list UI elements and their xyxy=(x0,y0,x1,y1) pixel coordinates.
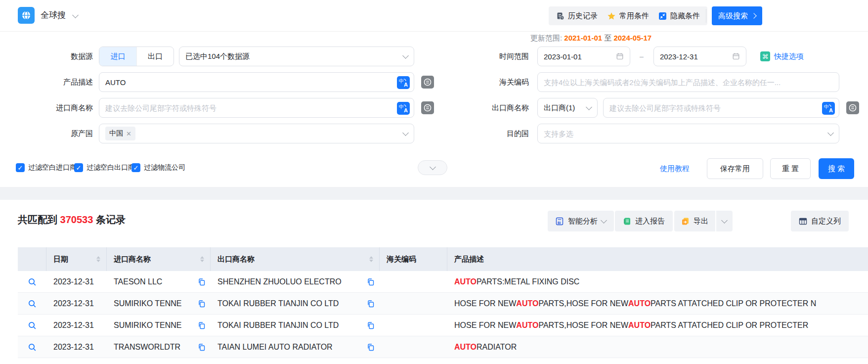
exporter-label: 出口商名称 xyxy=(455,98,529,118)
favorites-button[interactable]: 常用条件 xyxy=(600,6,656,25)
importer-input[interactable] xyxy=(105,104,393,112)
header-hs-code-label: 海关编码 xyxy=(387,255,416,264)
custom-columns-button[interactable]: 自定义列 xyxy=(791,211,849,231)
exporter-name: TOKAI RUBBER TIANJIN CO LTD xyxy=(217,299,339,308)
data-source-selected-text: 已选中104个数据源 xyxy=(185,52,250,61)
sort-icon[interactable] xyxy=(200,256,204,262)
translate-icon[interactable]: 中 A xyxy=(822,102,835,115)
update-range: 更新范围: 2021-01-01 至 2024-05-17 xyxy=(530,34,651,43)
tab-export[interactable]: 出口 xyxy=(136,47,174,66)
chevron-down-icon xyxy=(827,130,834,136)
search-button[interactable]: 搜 索 xyxy=(819,158,854,179)
header-date[interactable]: 日期 xyxy=(46,247,107,271)
fuzzy-match-toggle-icon[interactable] xyxy=(421,76,434,89)
data-source-select[interactable]: 已选中104个数据源 xyxy=(179,46,414,66)
exporter-cell[interactable]: SHENZHEN ZHUOLUO ELECTRO xyxy=(211,271,380,293)
importer-cell[interactable]: TAESON LLC xyxy=(107,271,211,293)
importer-name: SUMIRIKO TENNE xyxy=(114,299,182,308)
quick-options-link[interactable]: ⌘ 快捷选项 xyxy=(760,46,804,66)
results-table: 日期 进口商名称 出口商名称 海关编码 产品描述 2023-12-31 TAES… xyxy=(18,247,868,358)
translate-icon[interactable]: 中 A xyxy=(397,76,410,89)
smart-analysis-button[interactable]: BI 智能分析 xyxy=(548,211,614,231)
star-icon xyxy=(607,12,616,20)
importer-name: TAESON LLC xyxy=(114,277,162,286)
update-range-label: 更新范围: xyxy=(530,34,562,42)
product-desc-input[interactable] xyxy=(105,78,393,87)
save-common-button[interactable]: 保存常用 xyxy=(707,158,763,179)
header-importer[interactable]: 进口商名称 xyxy=(107,247,211,271)
checkbox-checked-icon xyxy=(16,163,25,172)
sort-icon[interactable] xyxy=(96,256,100,262)
svg-text:中: 中 xyxy=(399,78,404,84)
destination-select[interactable] xyxy=(537,124,839,143)
filter-blank-exporter-checkbox[interactable]: 过滤空白出口商 xyxy=(74,163,135,172)
smart-analysis-label: 智能分析 xyxy=(568,217,598,226)
app-switcher-chevron-icon[interactable] xyxy=(72,12,79,18)
reset-button[interactable]: 重 置 xyxy=(770,158,811,179)
importer-cell[interactable]: TRANSWORLDTR xyxy=(107,336,211,358)
advanced-search-button[interactable]: 高级搜索 xyxy=(712,6,762,25)
hs-code-input[interactable] xyxy=(544,78,833,87)
copy-icon[interactable] xyxy=(198,321,206,329)
copy-icon[interactable] xyxy=(198,278,206,286)
fuzzy-match-toggle-icon[interactable] xyxy=(846,101,859,114)
exporter-cell[interactable]: TAIAN LUMEI AUTO RADIATOR xyxy=(211,336,380,358)
update-range-end: 2024-05-17 xyxy=(613,34,651,42)
tab-import[interactable]: 进口 xyxy=(99,47,136,66)
magnifier-icon[interactable] xyxy=(28,277,37,286)
calendar-icon[interactable] xyxy=(732,52,740,60)
app-logo[interactable] xyxy=(18,7,35,24)
exporter-cell[interactable]: TOKAI RUBBER TIANJIN CO LTD xyxy=(211,315,380,336)
magnifier-icon[interactable] xyxy=(28,299,37,308)
country-tag: 中国 ✕ xyxy=(105,127,135,140)
row-search-cell[interactable] xyxy=(18,271,46,293)
tag-remove-icon[interactable]: ✕ xyxy=(126,130,131,137)
product-cell: HOSE FOR NEW AUTO PARTS,HOSE FOR NEW AUT… xyxy=(447,293,868,315)
row-search-cell[interactable] xyxy=(18,336,46,358)
importer-cell[interactable]: SUMIRIKO TENNE xyxy=(107,293,211,315)
enter-report-button[interactable]: 进入报告 xyxy=(615,211,673,231)
magnifier-icon[interactable] xyxy=(28,321,37,330)
exporter-cell[interactable]: TOKAI RUBBER TIANJIN CO LTD xyxy=(211,293,380,315)
svg-text:A: A xyxy=(404,82,408,88)
hide-conditions-button[interactable]: 隐藏条件 xyxy=(651,6,707,25)
row-search-cell[interactable] xyxy=(18,315,46,336)
export-options-button[interactable] xyxy=(716,211,733,231)
svg-text:BI: BI xyxy=(558,221,561,224)
calendar-icon[interactable] xyxy=(616,52,624,60)
copy-icon[interactable] xyxy=(367,321,375,329)
filter-blank-importer-checkbox[interactable]: 过滤空白进口商 xyxy=(16,163,77,172)
filter-label: 过滤空白进口商 xyxy=(28,163,77,172)
sort-icon[interactable] xyxy=(369,256,373,262)
history-button[interactable]: 历史记录 xyxy=(549,6,605,25)
copy-icon[interactable] xyxy=(198,300,206,308)
copy-icon[interactable] xyxy=(367,300,375,308)
date-start-input[interactable]: 2023-01-01 xyxy=(537,46,630,66)
svg-text:⌘: ⌘ xyxy=(762,53,769,60)
copy-icon[interactable] xyxy=(367,343,375,351)
destination-input[interactable] xyxy=(544,130,828,138)
copy-icon[interactable] xyxy=(367,278,375,286)
hs-code-cell xyxy=(380,336,447,358)
export-button[interactable]: 导出 xyxy=(674,211,715,231)
tutorial-link[interactable]: 使用教程 xyxy=(660,158,690,179)
date-end-input[interactable]: 2023-12-31 xyxy=(653,46,746,66)
fuzzy-match-toggle-icon[interactable] xyxy=(421,101,434,114)
filter-logistics-checkbox[interactable]: 过滤物流公司 xyxy=(131,163,185,172)
importer-cell[interactable]: SUMIRIKO TENNE xyxy=(107,315,211,336)
history-icon xyxy=(556,12,564,20)
magnifier-icon[interactable] xyxy=(28,343,37,352)
exporter-type-select[interactable]: 出口商(1) xyxy=(537,98,598,118)
origin-country-select[interactable]: 中国 ✕ xyxy=(99,124,414,143)
chevron-right-icon xyxy=(751,13,756,18)
translate-icon[interactable]: 中 A xyxy=(397,102,410,115)
hide-conditions-label: 隐藏条件 xyxy=(670,11,700,21)
copy-icon[interactable] xyxy=(198,343,206,351)
collapse-form-button[interactable] xyxy=(418,160,447,175)
time-range-label: 时间范围 xyxy=(455,46,529,66)
product-cell: AUTO PARTS:METAL FIXING DISC xyxy=(447,271,868,293)
row-search-cell[interactable] xyxy=(18,293,46,315)
bi-analysis-icon: BI xyxy=(556,217,564,226)
header-exporter[interactable]: 出口商名称 xyxy=(211,247,380,271)
exporter-input[interactable] xyxy=(609,104,818,112)
